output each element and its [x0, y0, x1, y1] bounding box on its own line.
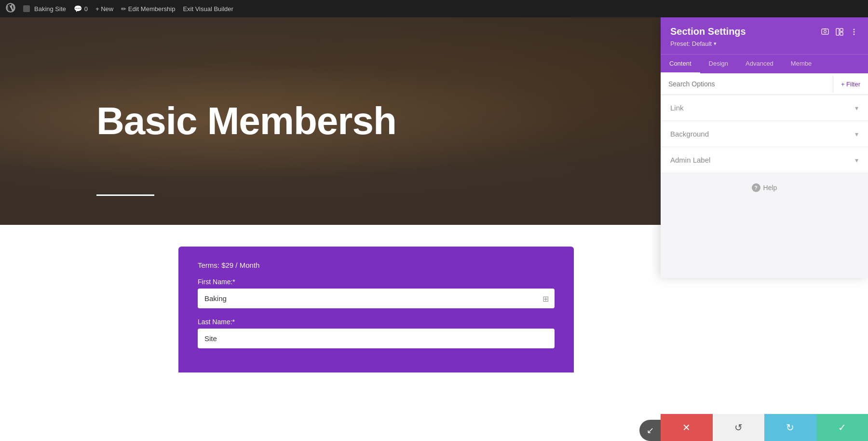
search-input[interactable]	[661, 73, 833, 95]
redo-button[interactable]: ↻	[764, 414, 816, 441]
hero-underline	[96, 194, 154, 196]
help-icon: ?	[752, 183, 760, 192]
filter-button[interactable]: + Filter	[833, 76, 868, 93]
accordion-background-label: Background	[670, 130, 709, 138]
accordion-admin-label-label: Admin Label	[670, 156, 710, 164]
svg-rect-1	[822, 29, 828, 34]
section-settings-panel: Section Settings	[661, 17, 868, 278]
last-name-label: Last Name:*	[198, 318, 555, 326]
panel-header-top: Section Settings	[670, 26, 858, 37]
accordion-background-chevron: ▾	[855, 130, 858, 138]
panel-title: Section Settings	[670, 26, 746, 37]
panel-header-icons	[821, 28, 858, 36]
svg-rect-6	[840, 32, 843, 35]
main-content: Basic Membersh Terms: $29 / Month First …	[0, 17, 868, 441]
hero-title: Basic Membersh	[0, 100, 396, 142]
admin-bar: Baking Site 💬 0 + New ✏ Edit Membership …	[0, 0, 868, 17]
svg-point-2	[824, 30, 827, 33]
first-name-field-wrap: ⊞	[198, 289, 555, 308]
tab-membership[interactable]: Membe	[782, 55, 820, 73]
tab-advanced[interactable]: Advanced	[737, 55, 782, 73]
exit-visual-builder-button[interactable]: Exit Visual Builder	[183, 5, 233, 13]
svg-point-7	[854, 28, 855, 30]
input-icon: ⊞	[542, 294, 549, 303]
panel-help-section: ? Help	[661, 173, 868, 202]
first-name-input[interactable]	[198, 289, 555, 308]
float-button[interactable]: ↙	[639, 420, 661, 441]
svg-rect-3	[824, 28, 827, 29]
search-bar: + Filter	[661, 73, 868, 95]
edit-membership-button[interactable]: ✏ Edit Membership	[121, 5, 175, 13]
last-name-input[interactable]	[198, 329, 555, 348]
new-button[interactable]: + New	[95, 5, 113, 13]
action-bar: ✕ ↺ ↻ ✓	[661, 414, 868, 441]
panel-layout-icon[interactable]	[835, 28, 844, 36]
svg-point-8	[854, 31, 855, 32]
comments-button[interactable]: 💬 0	[74, 5, 88, 13]
undo-button[interactable]: ↺	[713, 414, 765, 441]
site-name[interactable]: Baking Site	[23, 5, 66, 13]
svg-rect-5	[840, 28, 843, 31]
accordion-link-label: Link	[670, 104, 684, 112]
svg-rect-4	[836, 28, 839, 35]
panel-header: Section Settings	[661, 17, 868, 54]
accordion-admin-label-header[interactable]: Admin Label ▾	[661, 147, 868, 173]
accordion-link: Link ▾	[661, 95, 868, 121]
comments-icon: 💬	[74, 5, 82, 13]
accordion-admin-label-chevron: ▾	[855, 156, 858, 164]
help-link[interactable]: ? Help	[752, 183, 777, 192]
cancel-button[interactable]: ✕	[661, 414, 713, 441]
accordion-background: Background ▾	[661, 121, 868, 147]
first-name-label: First Name:*	[198, 278, 555, 286]
tab-design[interactable]: Design	[700, 55, 737, 73]
tab-content[interactable]: Content	[661, 55, 700, 73]
terms-text: Terms: $29 / Month	[198, 261, 555, 269]
accordion-link-header[interactable]: Link ▾	[661, 95, 868, 121]
panel-screenshot-icon[interactable]	[821, 28, 829, 36]
preset-selector[interactable]: Preset: Default	[670, 40, 858, 47]
accordion-link-chevron: ▾	[855, 104, 858, 112]
panel-body: + Filter Link ▾ Background ▾ A	[661, 73, 868, 278]
membership-form: Terms: $29 / Month First Name:* ⊞ Last N…	[178, 247, 574, 372]
svg-point-9	[854, 33, 855, 35]
panel-more-icon[interactable]	[850, 28, 858, 36]
site-favicon	[23, 5, 30, 12]
accordion-admin-label: Admin Label ▾	[661, 147, 868, 173]
last-name-field-wrap	[198, 329, 555, 348]
save-button[interactable]: ✓	[816, 414, 868, 441]
panel-tabs: Content Design Advanced Membe	[661, 54, 868, 73]
accordion-background-header[interactable]: Background ▾	[661, 121, 868, 147]
wordpress-icon[interactable]	[6, 3, 15, 15]
